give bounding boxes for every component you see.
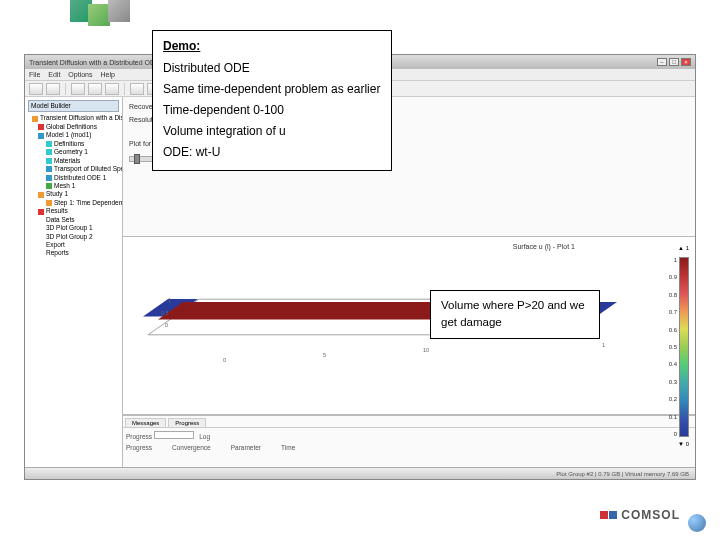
toolbar-button[interactable] [29, 83, 43, 95]
colorbar [679, 257, 689, 437]
callout-demo: Demo: Distributed ODE Same time-dependen… [152, 30, 392, 171]
tree-node: Data Sets [28, 216, 119, 224]
col-progress: Progress [126, 444, 152, 451]
messages-panel: Messages Progress Progress Log Progress … [123, 415, 695, 467]
col-convergence: Convergence [172, 444, 211, 451]
toolbar-button[interactable] [130, 83, 144, 95]
demo-line: Time-dependent 0-100 [163, 101, 381, 119]
tree-node: Materials [28, 157, 119, 165]
demo-line: Distributed ODE [163, 59, 381, 77]
colorbar-max: ▲ 1 [678, 245, 689, 251]
tree-node: Global Definitions [28, 123, 119, 131]
tree-node: Transport of Diluted Species [28, 165, 119, 173]
toolbar-button[interactable] [71, 83, 85, 95]
toolbar-button[interactable] [88, 83, 102, 95]
tree-node: Distributed ODE 1 [28, 174, 119, 182]
plot-3d[interactable]: Surface u (l) - Plot 1 1 0.5 0 0 5 10 [123, 237, 695, 415]
menu-options[interactable]: Options [68, 71, 92, 78]
tree-node: Geometry 1 [28, 148, 119, 156]
tree-node: Export [28, 241, 119, 249]
minimize-button[interactable]: – [657, 58, 667, 66]
tree-node: Reports [28, 249, 119, 257]
demo-title: Demo: [163, 37, 381, 55]
menu-edit[interactable]: Edit [48, 71, 60, 78]
tab-messages[interactable]: Messages [125, 418, 166, 427]
slide-logo [70, 0, 160, 28]
tree-node: Model 1 (mod1) [28, 131, 119, 139]
tree-node: Study 1 [28, 190, 119, 198]
tree-node: Definitions [28, 140, 119, 148]
progress-label: Progress [126, 433, 152, 440]
tab-progress[interactable]: Progress [168, 418, 206, 427]
progress-bar [154, 431, 194, 439]
status-bar: Plot Group #2 | 0.79 GB | Virtual memory… [25, 467, 695, 479]
menu-file[interactable]: File [29, 71, 40, 78]
tree-header: Model Builder [28, 100, 119, 112]
callout-note: Volume where P>20 and we get damage [430, 290, 600, 339]
demo-line: Volume integration of u [163, 122, 381, 140]
tree-node: Step 1: Time Dependent [28, 199, 119, 207]
col-parameter: Parameter [231, 444, 261, 451]
demo-line: ODE: wt-U [163, 143, 381, 161]
colorbar-min: ▼ 0 [678, 441, 689, 447]
tree-node: 3D Plot Group 1 [28, 224, 119, 232]
model-tree[interactable]: Model Builder Transient Diffusion with a… [25, 97, 123, 467]
corner-dot-icon [688, 514, 706, 532]
plot-title: Surface u (l) - Plot 1 [513, 243, 575, 250]
log-label: Log [199, 433, 210, 440]
demo-line: Same time-dependent problem as earlier [163, 80, 381, 98]
tree-node: Results [28, 207, 119, 215]
col-time: Time [281, 444, 295, 451]
toolbar-button[interactable] [46, 83, 60, 95]
tree-node: Transient Diffusion with a Distributed_O… [28, 114, 119, 122]
tree-node: Mesh 1 [28, 182, 119, 190]
close-button[interactable]: × [681, 58, 691, 66]
menu-help[interactable]: Help [100, 71, 114, 78]
colorbar-ticks: 10.90.80.70.60.50.40.30.20.10 [669, 257, 677, 437]
tree-node: 3D Plot Group 2 [28, 233, 119, 241]
maximize-button[interactable]: □ [669, 58, 679, 66]
toolbar-button[interactable] [105, 83, 119, 95]
comsol-logo: COMSOL [600, 508, 680, 522]
window-title: Transient Diffusion with a Distributed O… [29, 59, 160, 66]
